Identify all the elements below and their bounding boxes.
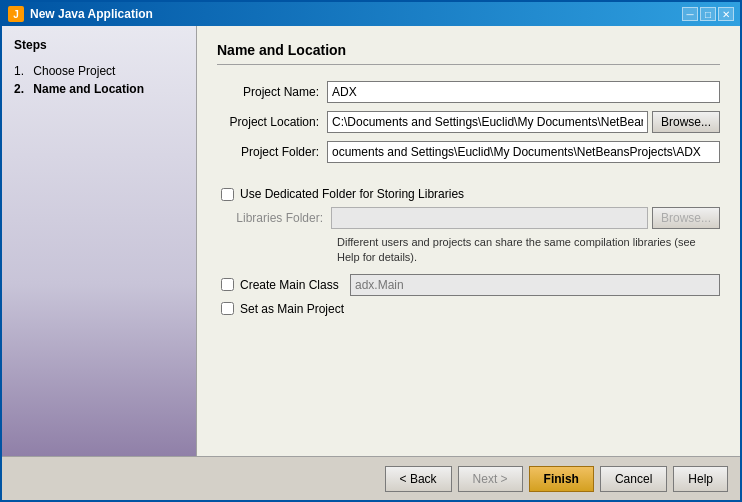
create-main-class-checkbox[interactable] bbox=[221, 278, 234, 291]
next-button[interactable]: Next > bbox=[458, 466, 523, 492]
project-folder-row: Project Folder: bbox=[217, 141, 720, 163]
dialog-content: Steps 1. Choose Project 2. Name and Loca… bbox=[2, 26, 740, 456]
project-name-label: Project Name: bbox=[217, 85, 327, 99]
dialog-window: J New Java Application ─ □ ✕ Steps 1. Ch… bbox=[0, 0, 742, 502]
window-controls: ─ □ ✕ bbox=[682, 7, 734, 21]
help-button[interactable]: Help bbox=[673, 466, 728, 492]
project-folder-label: Project Folder: bbox=[217, 145, 327, 159]
sidebar: Steps 1. Choose Project 2. Name and Loca… bbox=[2, 26, 197, 456]
sidebar-title: Steps bbox=[14, 38, 184, 52]
step-2: 2. Name and Location bbox=[14, 80, 184, 98]
close-button[interactable]: ✕ bbox=[718, 7, 734, 21]
cancel-button[interactable]: Cancel bbox=[600, 466, 667, 492]
project-location-label: Project Location: bbox=[217, 115, 327, 129]
libraries-help-text: Different users and projects can share t… bbox=[217, 235, 720, 266]
project-name-input[interactable] bbox=[327, 81, 720, 103]
main-panel: Name and Location Project Name: Project … bbox=[197, 26, 740, 456]
step-1: 1. Choose Project bbox=[14, 62, 184, 80]
dedicated-folder-row: Use Dedicated Folder for Storing Librari… bbox=[217, 187, 720, 201]
steps-list: 1. Choose Project 2. Name and Location bbox=[14, 62, 184, 98]
finish-button[interactable]: Finish bbox=[529, 466, 594, 492]
set-main-project-checkbox[interactable] bbox=[221, 302, 234, 315]
minimize-button[interactable]: ─ bbox=[682, 7, 698, 21]
set-main-project-label: Set as Main Project bbox=[240, 302, 344, 316]
back-button[interactable]: < Back bbox=[385, 466, 452, 492]
title-bar-left: J New Java Application bbox=[8, 6, 153, 22]
footer: < Back Next > Finish Cancel Help bbox=[2, 456, 740, 500]
panel-title: Name and Location bbox=[217, 42, 720, 65]
create-main-class-label: Create Main Class bbox=[240, 278, 350, 292]
main-class-input bbox=[350, 274, 720, 296]
dedicated-folder-label: Use Dedicated Folder for Storing Librari… bbox=[240, 187, 464, 201]
dedicated-folder-checkbox[interactable] bbox=[221, 188, 234, 201]
project-location-row: Project Location: Browse... bbox=[217, 111, 720, 133]
maximize-button[interactable]: □ bbox=[700, 7, 716, 21]
libraries-folder-row: Libraries Folder: Browse... bbox=[217, 207, 720, 229]
libraries-browse-button: Browse... bbox=[652, 207, 720, 229]
title-bar: J New Java Application ─ □ ✕ bbox=[2, 2, 740, 26]
libraries-folder-input bbox=[331, 207, 648, 229]
window-title: New Java Application bbox=[30, 7, 153, 21]
project-location-browse-button[interactable]: Browse... bbox=[652, 111, 720, 133]
app-icon: J bbox=[8, 6, 24, 22]
set-main-project-row: Set as Main Project bbox=[217, 302, 720, 316]
project-location-input[interactable] bbox=[327, 111, 648, 133]
create-main-class-row: Create Main Class bbox=[217, 274, 720, 296]
project-folder-input[interactable] bbox=[327, 141, 720, 163]
project-name-row: Project Name: bbox=[217, 81, 720, 103]
libraries-folder-label: Libraries Folder: bbox=[221, 211, 331, 225]
